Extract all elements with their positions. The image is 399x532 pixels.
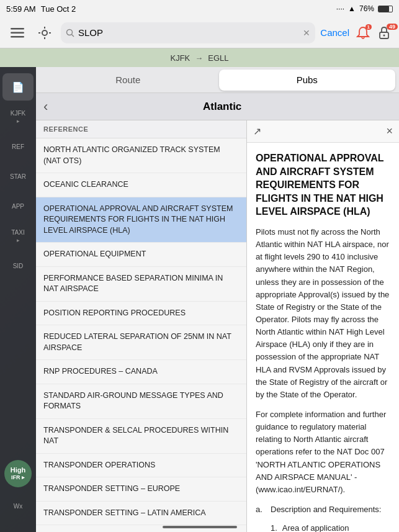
- status-right: ···· ▲ 76%: [336, 4, 393, 13]
- svg-point-8: [67, 29, 73, 35]
- battery-fill: [379, 6, 389, 12]
- sidebar-item-wx[interactable]: Wx: [2, 492, 34, 520]
- list-a-text: Description and Requirements:: [271, 503, 381, 516]
- svg-rect-0: [11, 28, 24, 30]
- reference-items[interactable]: NORTH ATLANTIC ORGANIZED TRACK SYSTEM (N…: [36, 138, 246, 532]
- brightness-button[interactable]: [34, 22, 56, 44]
- svg-point-3: [42, 30, 47, 35]
- status-left: 5:59 AM Tue Oct 2: [6, 4, 76, 14]
- high-ifr-button[interactable]: HighIFR ▸: [4, 460, 32, 487]
- reference-list: REFERENCE NORTH ATLANTIC ORGANIZED TRACK…: [36, 120, 247, 532]
- detail-toolbar: ↗ ×: [247, 120, 399, 143]
- sidebar-item-taxi[interactable]: TAXI ▸: [2, 222, 34, 250]
- taxi-arrow: ▸: [17, 237, 20, 243]
- svg-point-11: [383, 34, 385, 36]
- search-input[interactable]: [78, 27, 299, 38]
- detail-close-button[interactable]: ×: [386, 125, 393, 138]
- menu-button[interactable]: 49: [6, 22, 29, 44]
- main-panel: Route Pubs ‹ Atlantic REFERENCE NORTH AT…: [36, 67, 399, 532]
- detail-paragraph: Pilots must not fly across the North Atl…: [256, 226, 390, 401]
- alert-button[interactable]: 1: [354, 24, 372, 42]
- brightness-icon: [38, 26, 52, 40]
- kjfk-arrow: ▸: [17, 118, 20, 124]
- battery-bar: [378, 6, 393, 12]
- left-sidebar: 📄 KJFK ▸ REF STAR APP TAXI ▸ SID HighIFR…: [0, 67, 36, 532]
- svg-rect-2: [11, 36, 24, 38]
- back-button[interactable]: ‹: [43, 99, 48, 115]
- reference-item-transponder-setting-latin[interactable]: TRANSPONDER SETTING – LATIN AMERICA: [36, 502, 246, 526]
- reference-item-oceanic-clearance[interactable]: OCEANIC CLEARANCE: [36, 173, 246, 197]
- search-clear-button[interactable]: ✕: [303, 28, 310, 38]
- sidebar-bottom: HighIFR ▸ Wx: [2, 460, 34, 520]
- sidebar-item-ref[interactable]: REF: [2, 133, 34, 160]
- atlantic-title: Atlantic: [53, 101, 392, 113]
- reference-item-transponder-setting-europe[interactable]: TRANSPONDER SETTING – EUROPE: [36, 477, 246, 502]
- expand-button[interactable]: ↗: [253, 125, 261, 137]
- detail-body: Pilots must not fly across the North Atl…: [256, 226, 390, 532]
- svg-line-9: [72, 34, 74, 37]
- ref-label: REF: [12, 143, 24, 150]
- notification-badge: 49: [387, 24, 398, 30]
- tab-bar: Route Pubs: [36, 67, 399, 93]
- reference-item-transponder-selcal[interactable]: TRANSPONDER & SELCAL PROCEDURES WITHIN N…: [36, 419, 246, 454]
- list-1-label: 1.: [271, 522, 277, 532]
- list-item-a: a.Description and Requirements:: [256, 503, 390, 516]
- content-area: REFERENCE NORTH ATLANTIC ORGANIZED TRACK…: [36, 120, 399, 532]
- bottom-indicator: [163, 526, 237, 528]
- route-bar: KJFK → EGLL: [0, 48, 399, 67]
- route-arrow-icon: →: [195, 53, 203, 63]
- list-1-text: Area of application: [282, 522, 349, 532]
- sidebar-item-sid[interactable]: SID: [2, 252, 34, 279]
- sidebar-item-doc[interactable]: 📄: [2, 73, 34, 101]
- tab-route[interactable]: Route: [40, 70, 217, 91]
- svg-rect-1: [11, 32, 24, 34]
- doc-icon: 📄: [12, 81, 24, 93]
- list-a-label: a.: [256, 503, 266, 516]
- sid-label: SID: [13, 263, 24, 269]
- route-destination: EGLL: [208, 53, 228, 63]
- reference-item-position-reporting[interactable]: POSITION REPORTING PROCEDURES: [36, 302, 246, 326]
- kjfk-label: KJFK: [11, 110, 25, 117]
- signal-icon: ····: [336, 4, 344, 13]
- cancel-button[interactable]: Cancel: [320, 27, 349, 38]
- reference-item-reduced-lateral[interactable]: REDUCED LATERAL SEPARATION OF 25NM IN NA…: [36, 325, 246, 360]
- nav-bar: 49 ✕ Cancel 1: [0, 17, 399, 48]
- sidebar-item-kjfk[interactable]: KJFK ▸: [2, 103, 34, 130]
- search-container[interactable]: ✕: [61, 22, 315, 43]
- battery-level: 76%: [359, 4, 374, 13]
- atlantic-header: ‹ Atlantic: [36, 93, 399, 120]
- sidebar-item-app[interactable]: APP: [2, 192, 34, 220]
- wifi-icon: ▲: [348, 4, 356, 13]
- detail-content: OPERATIONAL APPROVAL AND AIRCRAFT SYSTEM…: [247, 143, 399, 532]
- detail-paragraph: For complete information and further gui…: [256, 408, 390, 496]
- detail-panel: ↗ × OPERATIONAL APPROVAL AND AIRCRAFT SY…: [247, 120, 399, 532]
- wx-label: Wx: [14, 503, 22, 510]
- menu-icon: [11, 27, 24, 38]
- reference-item-transponder-operations[interactable]: TRANSPONDER OPERATIONS: [36, 454, 246, 478]
- app-label: APP: [12, 203, 24, 210]
- star-label: STAR: [10, 173, 26, 180]
- reference-item-operational-equipment[interactable]: OPERATIONAL EQUIPMENT: [36, 243, 246, 267]
- reference-item-operational-approval[interactable]: OPERATIONAL APPROVAL AND AIRCRAFT SYSTEM…: [36, 197, 246, 243]
- taxi-label: TAXI: [11, 229, 24, 236]
- reference-item-standard-air-ground[interactable]: STANDARD AIR-GROUND MESSAGE TYPES AND FO…: [36, 384, 246, 419]
- tab-pubs[interactable]: Pubs: [219, 70, 396, 91]
- status-bar: 5:59 AM Tue Oct 2 ···· ▲ 76%: [0, 0, 399, 17]
- alert-badge: 1: [365, 24, 372, 30]
- detail-title: OPERATIONAL APPROVAL AND AIRCRAFT SYSTEM…: [256, 151, 390, 219]
- search-icon: [66, 29, 74, 37]
- reference-item-performance-based[interactable]: PERFORMANCE BASED SEPARATION MINIMA IN N…: [36, 267, 246, 302]
- reference-header: REFERENCE: [36, 120, 246, 138]
- sidebar-item-star[interactable]: STAR: [2, 163, 34, 190]
- list-item-1: 1.Area of application: [271, 522, 390, 532]
- reference-item-nat-ots[interactable]: NORTH ATLANTIC ORGANIZED TRACK SYSTEM (N…: [36, 138, 246, 173]
- status-time: 5:59 AM: [6, 4, 36, 14]
- reference-item-rnp-procedures[interactable]: RNP PROCEDURES – CANADA: [36, 360, 246, 384]
- route-origin: KJFK: [170, 53, 190, 63]
- status-date: Tue Oct 2: [41, 4, 76, 14]
